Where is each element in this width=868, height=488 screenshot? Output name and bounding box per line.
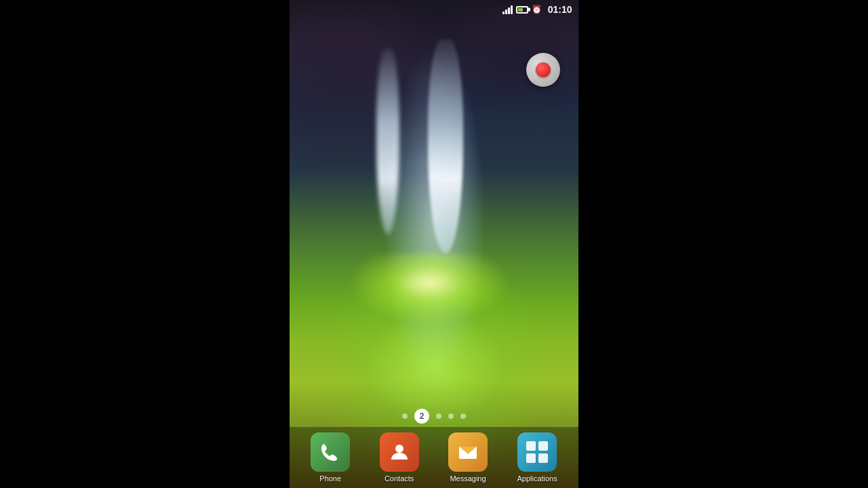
- waterfall-right: [428, 39, 462, 254]
- grid-cell-1: [526, 441, 536, 451]
- grid-cell-2: [538, 441, 548, 451]
- applications-label: Applications: [517, 474, 557, 483]
- contacts-icon: [380, 432, 419, 472]
- signal-bar-4: [511, 5, 513, 14]
- dock: Phone Contacts Messaging: [290, 427, 579, 488]
- person-icon: [389, 441, 410, 463]
- page-dot-4[interactable]: [448, 413, 454, 419]
- alarm-icon: ⏰: [532, 5, 542, 14]
- contacts-label: Contacts: [384, 474, 414, 483]
- signal-bar-1: [502, 12, 505, 14]
- battery-icon: [516, 6, 528, 14]
- signal-bar-3: [508, 7, 510, 14]
- pool-shimmer: [318, 253, 550, 351]
- phone-label: Phone: [319, 474, 341, 483]
- envelope-icon: [457, 441, 479, 463]
- signal-icon: [502, 5, 513, 14]
- page-dot-3[interactable]: [436, 413, 441, 419]
- grid-cell-4: [538, 453, 548, 463]
- dock-item-applications[interactable]: Applications: [517, 432, 557, 483]
- waterfall-left: [376, 49, 399, 235]
- phone-screen: ⏰ 01:10 2 Phone: [290, 0, 579, 488]
- battery-fill: [518, 8, 523, 12]
- record-button[interactable]: [526, 53, 560, 87]
- messaging-label: Messaging: [450, 474, 486, 483]
- dock-item-contacts[interactable]: Contacts: [380, 432, 419, 483]
- status-icons: ⏰ 01:10: [502, 4, 572, 15]
- messaging-icon: [448, 432, 488, 472]
- grid-icon: [519, 434, 555, 470]
- grid-cell-3: [526, 453, 536, 463]
- page-dot-2-active[interactable]: 2: [414, 409, 429, 424]
- phone-icon: [311, 432, 350, 472]
- right-black-panel: [578, 0, 868, 488]
- phone-handset-icon: [319, 441, 341, 463]
- time-display: 01:10: [548, 4, 572, 15]
- left-black-panel: [0, 0, 290, 488]
- svg-point-0: [395, 445, 403, 453]
- page-dot-5[interactable]: [460, 413, 466, 419]
- record-dot: [536, 62, 551, 77]
- apps-icon: [517, 432, 557, 472]
- signal-bar-2: [505, 9, 507, 14]
- dock-item-phone[interactable]: Phone: [311, 432, 350, 483]
- status-bar: ⏰ 01:10: [290, 0, 579, 19]
- dock-item-messaging[interactable]: Messaging: [448, 432, 488, 483]
- page-dot-1[interactable]: [402, 413, 408, 419]
- page-indicators: 2: [290, 409, 579, 424]
